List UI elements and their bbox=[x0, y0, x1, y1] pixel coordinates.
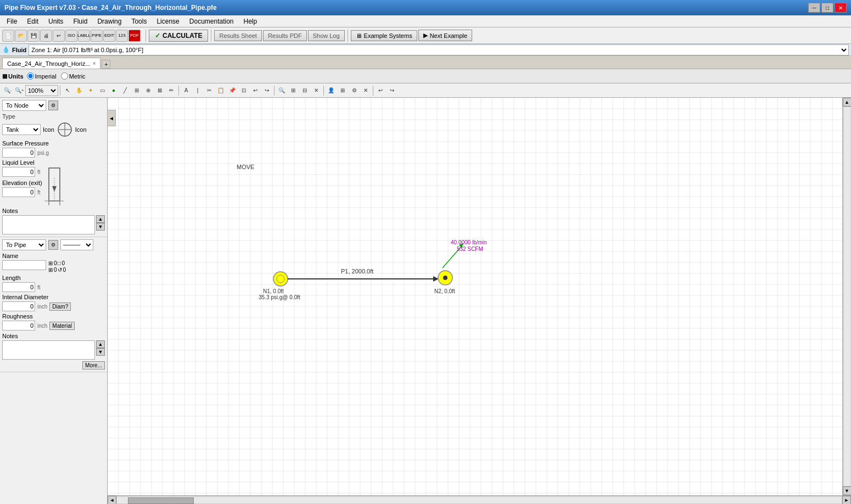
icon10[interactable]: 123 bbox=[116, 30, 128, 42]
node1[interactable] bbox=[272, 271, 289, 288]
new-icon[interactable]: 📄 bbox=[2, 30, 14, 42]
icon-b[interactable]: ↩ bbox=[250, 85, 261, 96]
menu-documentation[interactable]: Documentation bbox=[185, 16, 238, 26]
liquid-level-input[interactable] bbox=[2, 167, 35, 177]
pipe-name-input[interactable] bbox=[2, 260, 46, 270]
menu-license[interactable]: License bbox=[152, 16, 183, 26]
imperial-radio[interactable] bbox=[27, 72, 34, 80]
scroll-up-button[interactable]: ▲ bbox=[843, 98, 852, 107]
collapse-panel-button[interactable]: ◄ bbox=[107, 110, 108, 126]
hscroll-thumb[interactable] bbox=[128, 497, 194, 504]
node-tool[interactable]: ✦ bbox=[85, 85, 96, 96]
save-icon[interactable]: 💾 bbox=[27, 30, 40, 42]
notes-scroll-down[interactable]: ▼ bbox=[96, 223, 105, 231]
fitting-tool[interactable]: ⊞ bbox=[131, 85, 142, 96]
internal-diameter-input[interactable] bbox=[2, 301, 35, 311]
fluid-dropdown[interactable]: Zone 1: Air [0.071 lb/ft³ at 0.0psi.g, 1… bbox=[29, 44, 849, 55]
scroll-track-right[interactable] bbox=[843, 107, 851, 486]
surface-pressure-input[interactable] bbox=[2, 148, 35, 158]
metric-radio[interactable] bbox=[61, 72, 68, 80]
menu-drawing[interactable]: Drawing bbox=[93, 16, 126, 26]
scroll-left-button[interactable]: ◄ bbox=[108, 496, 116, 505]
icon9[interactable]: EDIT bbox=[103, 30, 115, 42]
tab-close-button[interactable]: × bbox=[93, 60, 96, 66]
menu-file[interactable]: File bbox=[2, 16, 21, 26]
scroll-down-button[interactable]: ▼ bbox=[843, 486, 852, 495]
elevation-input[interactable] bbox=[2, 187, 35, 197]
main-tab[interactable]: Case_24_Air_Through_Horiz... × bbox=[2, 58, 100, 69]
length-input[interactable] bbox=[2, 282, 35, 292]
cut-tool[interactable]: ✂ bbox=[204, 85, 215, 96]
pipe-config-button[interactable]: ⚙ bbox=[48, 240, 58, 250]
icon6[interactable]: ISO bbox=[65, 30, 77, 42]
select-tool[interactable]: ● bbox=[108, 85, 119, 96]
icon-c[interactable]: ↪ bbox=[261, 85, 272, 96]
diam-button[interactable]: Diam? bbox=[49, 303, 71, 311]
results-pdf-button[interactable]: Results PDF bbox=[263, 30, 307, 41]
undo-icon[interactable]: ↩ bbox=[53, 30, 65, 42]
paste-tool[interactable]: 📌 bbox=[227, 85, 238, 96]
icon-f[interactable]: ✕ bbox=[311, 85, 322, 96]
close-button[interactable]: ✕ bbox=[835, 3, 847, 13]
minimize-button[interactable]: ─ bbox=[808, 3, 820, 13]
maximize-button[interactable]: □ bbox=[821, 3, 833, 13]
icon-d[interactable]: ⊞ bbox=[288, 85, 299, 96]
menu-units[interactable]: Units bbox=[44, 16, 68, 26]
pipe-tool[interactable]: ╱ bbox=[120, 85, 131, 96]
metric-radio-label[interactable]: Metric bbox=[61, 72, 86, 80]
scroll-right-button[interactable]: ► bbox=[842, 496, 851, 505]
table-icon[interactable]: ⊞ bbox=[337, 85, 348, 96]
pump-tool[interactable]: ⊕ bbox=[143, 85, 154, 96]
calculate-button[interactable]: ✓ CALCULATE bbox=[149, 30, 208, 42]
icon-a[interactable]: ⊡ bbox=[238, 85, 249, 96]
person-icon[interactable]: 👤 bbox=[326, 85, 337, 96]
open-icon[interactable]: 📂 bbox=[15, 30, 27, 42]
more-button[interactable]: More... bbox=[82, 361, 105, 369]
notes-scroll-up[interactable]: ▲ bbox=[96, 215, 105, 223]
show-log-button[interactable]: Show Log bbox=[308, 30, 345, 41]
icon7[interactable]: LABLL bbox=[78, 30, 90, 42]
new-tab-button[interactable]: + bbox=[102, 60, 110, 69]
imperial-radio-label[interactable]: Imperial bbox=[27, 72, 57, 80]
edit-tool[interactable]: ✏ bbox=[166, 85, 177, 96]
print-icon[interactable]: 🖨 bbox=[40, 30, 52, 42]
menu-tools[interactable]: Tools bbox=[127, 16, 151, 26]
node-config-button[interactable]: ⚙ bbox=[48, 100, 58, 110]
zoom-in-icon[interactable]: 🔍+ bbox=[14, 85, 25, 96]
results-sheet-button[interactable]: Results Sheet bbox=[214, 30, 261, 41]
cursor-tool[interactable]: ↖ bbox=[62, 85, 73, 96]
hscroll-track[interactable] bbox=[116, 496, 842, 504]
zoom-out-icon[interactable]: 🔍- bbox=[2, 85, 13, 96]
notes-pipe-scroll-up[interactable]: ▲ bbox=[96, 340, 105, 348]
settings-icon[interactable]: ⚙ bbox=[349, 85, 360, 96]
redo-draw-icon[interactable]: ↪ bbox=[387, 85, 397, 96]
example-systems-button[interactable]: 🖥 Example Systems bbox=[351, 30, 417, 41]
roughness-input[interactable] bbox=[2, 321, 35, 331]
copy-tool[interactable]: 📋 bbox=[215, 85, 226, 96]
pan-tool[interactable]: ✋ bbox=[74, 85, 85, 96]
drawing-canvas[interactable]: MOVE N1, 0.0ft 35.3 psi.g@ 0.0ft bbox=[108, 98, 842, 495]
icon8[interactable]: PIPE bbox=[91, 30, 103, 42]
menu-fluid[interactable]: Fluid bbox=[69, 16, 92, 26]
zoom-fit-icon[interactable]: 🔍 bbox=[276, 85, 287, 96]
pipe-dropdown[interactable]: To Pipe bbox=[2, 239, 46, 250]
delete-icon[interactable]: ✕ bbox=[360, 85, 371, 96]
zoom-dropdown[interactable]: 100% bbox=[25, 85, 58, 96]
notes-pipe-input[interactable] bbox=[2, 340, 95, 360]
menu-edit[interactable]: Edit bbox=[23, 16, 43, 26]
line-style-dropdown[interactable]: ──── bbox=[60, 239, 93, 250]
menu-help[interactable]: Help bbox=[239, 16, 262, 26]
pdf-icon[interactable]: PDF bbox=[128, 30, 141, 42]
icon-e[interactable]: ⊟ bbox=[299, 85, 310, 96]
type-dropdown[interactable]: Tank bbox=[2, 124, 41, 135]
node-dropdown[interactable]: To Node bbox=[2, 100, 46, 111]
valve-tool[interactable]: ⊠ bbox=[154, 85, 165, 96]
node2[interactable] bbox=[437, 270, 454, 287]
undo-draw-icon[interactable]: ↩ bbox=[375, 85, 386, 96]
text-tool[interactable]: A bbox=[181, 85, 192, 96]
notes-node-input[interactable] bbox=[2, 215, 95, 234]
rect-tool[interactable]: ▭ bbox=[97, 85, 108, 96]
notes-pipe-scroll-down[interactable]: ▼ bbox=[96, 348, 105, 356]
next-example-button[interactable]: ▶ Next Example bbox=[418, 30, 472, 41]
material-button[interactable]: Material bbox=[49, 322, 75, 330]
